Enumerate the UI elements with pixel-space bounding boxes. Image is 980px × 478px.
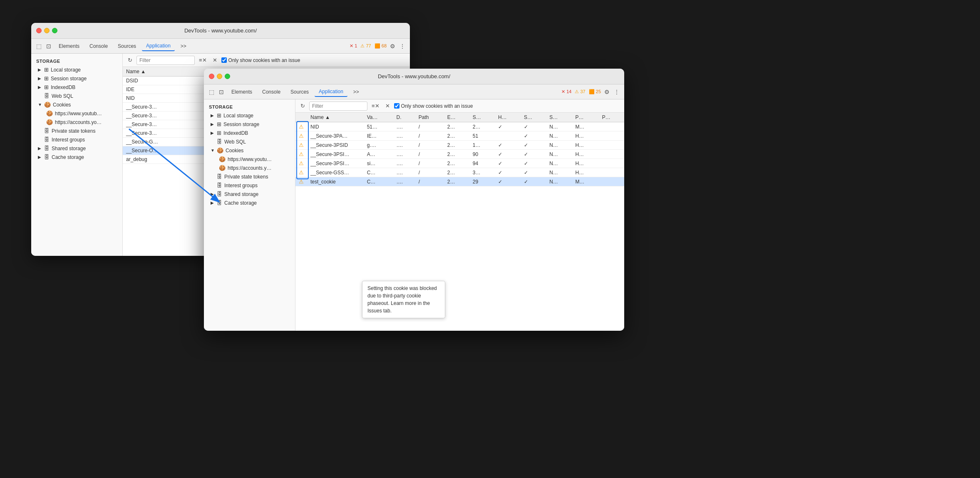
front-issue-checkbox-label[interactable]: Only show cookies with an issue (394, 103, 473, 109)
front-filter-clear-btn[interactable]: ≡✕ (370, 102, 381, 110)
front-more-icon[interactable]: ⋮ (613, 88, 621, 96)
table-row[interactable]: ⚠ NID 51… …. / 2… 2… ✓ ✓ N… M… (295, 122, 624, 131)
back-tab-console[interactable]: Console (85, 42, 112, 51)
cell-partitioned (599, 122, 624, 131)
back-minimize-button[interactable] (44, 28, 50, 33)
front-col-part[interactable]: P… (599, 113, 624, 122)
back-clear-btn[interactable]: ✕ (211, 56, 219, 64)
cell-exp: 2… (444, 122, 469, 131)
front-badge-error: ✕ 14 (561, 89, 571, 94)
front-tab-console[interactable]: Console (258, 87, 285, 97)
front-close-button[interactable] (209, 74, 214, 79)
back-tab-more[interactable]: >> (176, 42, 191, 51)
front-sidebar-local-storage[interactable]: ▶ ⊞ Local storage (204, 111, 295, 120)
back-shared-label: Shared storage (52, 146, 86, 151)
front-sidebar-cookies[interactable]: ▼ 🍪 Cookies (204, 146, 295, 155)
front-layers-icon[interactable]: ⊡ (217, 88, 226, 96)
back-sidebar-shared-storage[interactable]: ▶ 🗄 Shared storage (31, 144, 122, 153)
back-sidebar-interest[interactable]: 🗄 Interest groups (31, 135, 122, 144)
back-gear-icon[interactable]: ⚙ (388, 42, 397, 50)
table-row[interactable]: ⚠ test_cookie C… …. / 2… 29 ✓ ✓ N… M… (295, 177, 624, 186)
front-tab-application[interactable]: Application (315, 87, 347, 97)
front-reload-btn[interactable]: ↻ (299, 102, 307, 110)
cell-httponly (495, 131, 521, 141)
back-tab-sources[interactable]: Sources (114, 42, 140, 51)
cell-size: 90 (469, 150, 495, 159)
back-layers-icon[interactable]: ⊡ (45, 42, 53, 50)
front-sidebar-cache-storage[interactable]: ▶ 🗄 Cache storage (204, 198, 295, 207)
front-tab-elements[interactable]: Elements (227, 87, 256, 97)
table-row[interactable]: ⚠ __Secure-3PA… IE… …. / 2… 51 ✓ N… H… (295, 131, 624, 141)
cell-priority: H… (572, 131, 598, 141)
back-sidebar-cookies-youtube[interactable]: 🍪 https://www.youtub… (31, 109, 122, 118)
table-row[interactable]: ⚠ __Secure-3PSI… A… …. / 2… 90 ✓ ✓ N… H… (295, 150, 624, 159)
back-sidebar-cookies-accounts[interactable]: 🍪 https://accounts.yo… (31, 118, 122, 126)
front-issue-checkbox[interactable] (394, 103, 399, 109)
front-sidebar-session-storage[interactable]: ▶ ⊞ Session storage (204, 120, 295, 129)
back-issue-checkbox[interactable] (221, 57, 227, 63)
table-row[interactable]: ⚠ __Secure-3PSID g…. …. / 2… 1… ✓ ✓ N… H… (295, 141, 624, 150)
front-sidebar-interest[interactable]: 🗄 Interest groups (204, 181, 295, 190)
front-badge-info: 🟧 25 (589, 89, 601, 94)
back-more-icon[interactable]: ⋮ (398, 42, 407, 50)
front-col-http[interactable]: H… (495, 113, 521, 122)
cell-partitioned (599, 159, 624, 168)
cell-value: si… (364, 159, 393, 168)
front-col-size[interactable]: S… (469, 113, 495, 122)
front-col-name[interactable]: Name ▲ (307, 113, 364, 122)
front-clear-btn[interactable]: ✕ (384, 102, 392, 110)
back-cursor-icon[interactable]: ⬚ (35, 42, 43, 50)
front-col-priority[interactable]: P… (572, 113, 598, 122)
front-maximize-button[interactable] (225, 74, 230, 79)
cell-priority: M… (572, 122, 598, 131)
front-sidebar-private-tokens[interactable]: 🗄 Private state tokens (204, 172, 295, 181)
back-issue-checkbox-label[interactable]: Only show cookies with an issue (221, 57, 300, 63)
front-col-value[interactable]: Va… (364, 113, 393, 122)
front-private-label: Private state tokens (224, 174, 268, 180)
back-sidebar-cookies[interactable]: ▼ 🍪 Cookies (31, 100, 122, 109)
front-sidebar-cookies-youtube[interactable]: 🍪 https://www.youtu… (204, 155, 295, 163)
table-row[interactable]: ⚠ __Secure-GSS… C… …. / 2… 3… ✓ ✓ N… H… (295, 168, 624, 177)
front-local-label: Local storage (223, 113, 253, 119)
back-sidebar-websql[interactable]: 🗄 Web SQL (31, 92, 122, 100)
front-cursor-icon[interactable]: ⬚ (207, 88, 216, 96)
front-minimize-button[interactable] (217, 74, 222, 79)
front-gear-icon[interactable]: ⚙ (603, 88, 611, 96)
front-col-domain[interactable]: D. (393, 113, 415, 122)
back-storage-label: Storage (31, 57, 122, 65)
cell-domain: …. (393, 168, 415, 177)
back-sidebar-indexeddb[interactable]: ▶ ⊞ IndexedDB (31, 83, 122, 92)
back-filter-clear-btn[interactable]: ≡✕ (197, 56, 208, 64)
back-filter-input[interactable] (136, 56, 195, 65)
front-sidebar-cookies-accounts[interactable]: 🍪 https://accounts.y… (204, 163, 295, 172)
front-filter-input[interactable] (309, 102, 367, 111)
back-cookies-label: Cookies (53, 102, 71, 108)
cell-size: 1… (469, 141, 495, 150)
back-sidebar-private-tokens[interactable]: 🗄 Private state tokens (31, 126, 122, 135)
back-tab-application[interactable]: Application (142, 41, 175, 51)
front-col-secure[interactable]: S… (521, 113, 546, 122)
front-sidebar-shared-storage[interactable]: ▶ 🗄 Shared storage (204, 190, 295, 198)
back-sidebar: Storage ▶ ⊞ Local storage ▶ ⊞ Session st… (31, 54, 123, 256)
back-tab-elements[interactable]: Elements (55, 42, 84, 51)
cell-samesite: N… (546, 177, 572, 186)
front-col-exp[interactable]: E… (444, 113, 469, 122)
cell-warn: ⚠ (295, 150, 307, 159)
front-sidebar-websql[interactable]: 🗄 Web SQL (204, 137, 295, 146)
cell-priority: H… (572, 150, 598, 159)
cell-domain: …. (393, 122, 415, 131)
front-tab-more[interactable]: >> (349, 87, 363, 97)
front-tab-sources[interactable]: Sources (286, 87, 313, 97)
back-sidebar-local-storage[interactable]: ▶ ⊞ Local storage (31, 65, 122, 74)
back-reload-btn[interactable]: ↻ (126, 56, 134, 64)
back-maximize-button[interactable] (52, 28, 57, 33)
back-sidebar-session-storage[interactable]: ▶ ⊞ Session storage (31, 74, 122, 83)
front-sidebar-indexeddb[interactable]: ▶ ⊞ IndexedDB (204, 129, 295, 137)
cell-path: / (415, 141, 444, 150)
table-row[interactable]: ⚠ __Secure-3PSI… si… …. / 2… 94 ✓ ✓ N… H… (295, 159, 624, 168)
front-col-samesite[interactable]: S… (546, 113, 572, 122)
front-col-path[interactable]: Path (415, 113, 444, 122)
back-close-button[interactable] (36, 28, 42, 33)
cell-secure: ✓ (521, 177, 546, 186)
back-sidebar-cache-storage[interactable]: ▶ 🗄 Cache storage (31, 153, 122, 161)
